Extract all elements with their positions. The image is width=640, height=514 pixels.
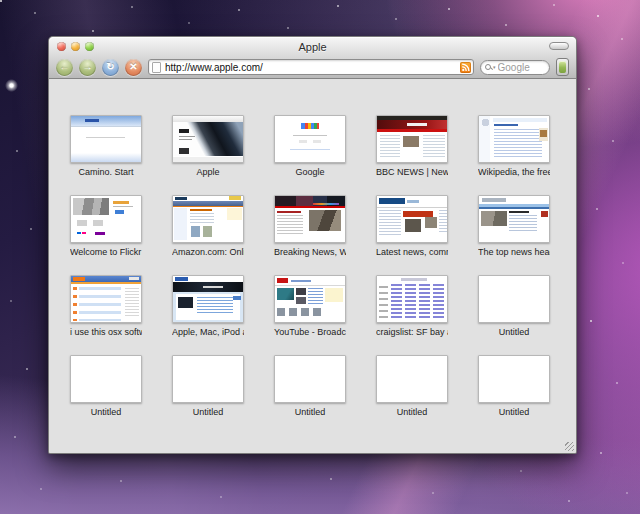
page-title-caption: craigslist: SF bay area … (376, 327, 448, 338)
page-tile[interactable]: Untitled (478, 355, 550, 418)
reload-button[interactable]: ↻ (102, 59, 119, 76)
page-thumbnail-bbc[interactable] (376, 115, 448, 163)
page-thumbnail-blank[interactable] (172, 355, 244, 403)
page-tile[interactable]: Untitled (376, 355, 448, 418)
page-thumbnail-blank[interactable] (478, 355, 550, 403)
page-tile[interactable]: Google (274, 115, 346, 178)
page-thumbnail-guardian[interactable] (376, 195, 448, 243)
page-tile[interactable]: Camino. Start (70, 115, 142, 178)
page-tile[interactable]: Untitled (172, 355, 244, 418)
page-title-caption: Camino. Start (70, 167, 142, 178)
page-title-caption: BBC NEWS | News Fron… (376, 167, 448, 178)
page-thumbnail-amazon[interactable] (172, 195, 244, 243)
page-title-caption: Wikipedia, the free en… (478, 167, 550, 178)
page-tile[interactable]: Untitled (70, 355, 142, 418)
page-thumbnail-blank[interactable] (70, 355, 142, 403)
page-tile[interactable]: YouTube - Broadcast … (274, 275, 346, 338)
page-tile[interactable]: Amazon.com: Online … (172, 195, 244, 258)
page-title-caption: Untitled (70, 407, 142, 418)
page-title-caption: i use this osx software… (70, 327, 142, 338)
forward-icon: → (83, 62, 93, 72)
page-title-caption: Latest news, comment… (376, 247, 448, 258)
page-title-caption: Untitled (478, 407, 550, 418)
page-thumbnail-camino[interactable] (70, 115, 142, 163)
stop-button[interactable]: ✕ (125, 59, 142, 76)
page-tile[interactable]: BBC NEWS | News Fron… (376, 115, 448, 178)
page-tile[interactable]: Breaking News, Weath… (274, 195, 346, 258)
top-sites-view: Camino. Start Apple Google BBC NEWS | Ne… (49, 79, 576, 453)
page-thumbnail-wikipedia[interactable] (478, 115, 550, 163)
address-bar[interactable]: http://www.apple.com/ (148, 59, 474, 75)
page-thumbnail-forum[interactable] (70, 275, 142, 323)
page-thumbnail-flickr[interactable] (70, 195, 142, 243)
window-titlebar[interactable]: Apple (49, 37, 576, 56)
page-thumbnail-blank[interactable] (478, 275, 550, 323)
page-tile[interactable]: Welcome to Flickr - P… (70, 195, 142, 258)
search-icon (485, 64, 491, 70)
page-tile[interactable]: The top news headlin… (478, 195, 550, 258)
page-thumbnail-apple[interactable] (172, 115, 244, 163)
page-thumbnail-craigslist[interactable] (376, 275, 448, 323)
thumbnail-grid: Camino. Start Apple Google BBC NEWS | Ne… (49, 79, 576, 418)
page-title-caption: Untitled (274, 407, 346, 418)
page-thumbnail-crave[interactable] (172, 275, 244, 323)
bright-star (5, 79, 18, 92)
page-thumbnail-youtube[interactable] (274, 275, 346, 323)
page-title-caption: Amazon.com: Online … (172, 247, 244, 258)
page-tile[interactable]: craigslist: SF bay area … (376, 275, 448, 338)
page-title-caption: YouTube - Broadcast … (274, 327, 346, 338)
page-title-caption: Google (274, 167, 346, 178)
page-title-caption: Apple (172, 167, 244, 178)
forward-button[interactable]: → (79, 59, 96, 76)
page-tile[interactable]: Untitled (274, 355, 346, 418)
page-title-caption: Breaking News, Weath… (274, 247, 346, 258)
page-thumbnail-news[interactable] (478, 195, 550, 243)
page-tile[interactable]: Untitled (478, 275, 550, 338)
url-text: http://www.apple.com/ (165, 62, 456, 73)
page-title-caption: The top news headlin… (478, 247, 550, 258)
page-title-caption: Welcome to Flickr - P… (70, 247, 142, 258)
browser-window: Apple ← → ↻ ✕ http://www.apple.com/ ▾ Go… (48, 36, 577, 454)
page-thumbnail-cnn[interactable] (274, 195, 346, 243)
page-favicon-icon (152, 62, 161, 73)
page-tile[interactable]: Wikipedia, the free en… (478, 115, 550, 178)
back-icon: ← (60, 62, 70, 72)
page-thumbnail-blank[interactable] (274, 355, 346, 403)
page-thumbnail-google[interactable] (274, 115, 346, 163)
page-title-caption: Apple, Mac, iPod and i… (172, 327, 244, 338)
page-tile[interactable]: i use this osx software… (70, 275, 142, 338)
resize-grip[interactable] (565, 442, 574, 451)
page-tile[interactable]: Latest news, comment… (376, 195, 448, 258)
toolbar-toggle-pill-button[interactable] (549, 42, 569, 50)
reload-icon: ↻ (106, 62, 114, 72)
page-thumbnail-blank[interactable] (376, 355, 448, 403)
rss-icon[interactable] (460, 62, 471, 73)
search-placeholder: Google (498, 62, 530, 73)
bookmarks-pill-button[interactable] (556, 58, 569, 76)
page-title-caption: Untitled (478, 327, 550, 338)
page-title-caption: Untitled (172, 407, 244, 418)
back-button[interactable]: ← (56, 59, 73, 76)
stop-icon: ✕ (129, 62, 137, 72)
page-tile[interactable]: Apple (172, 115, 244, 178)
window-title: Apple (49, 41, 576, 53)
page-title-caption: Untitled (376, 407, 448, 418)
browser-toolbar: ← → ↻ ✕ http://www.apple.com/ ▾ Google (49, 56, 576, 79)
bookmarks-pill-icon (559, 61, 566, 73)
page-tile[interactable]: Apple, Mac, iPod and i… (172, 275, 244, 338)
search-field[interactable]: ▾ Google (480, 60, 550, 75)
